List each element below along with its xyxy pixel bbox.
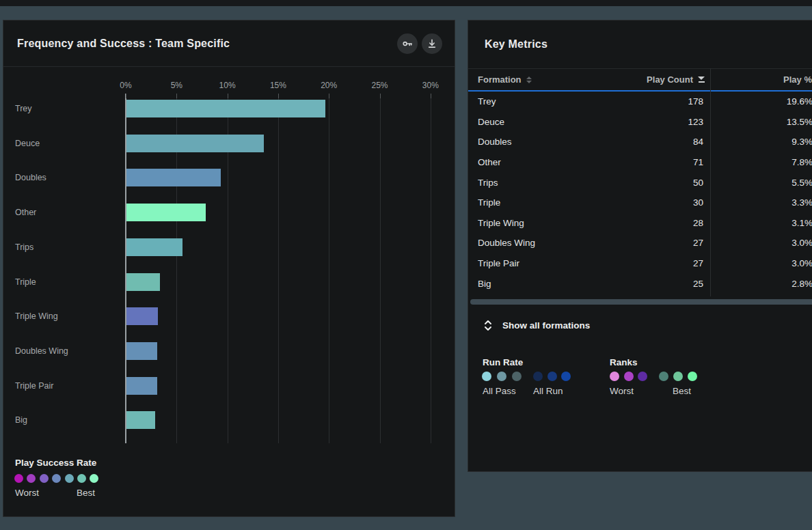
x-axis-tick-label: 15% [270,81,286,90]
gridline [431,94,431,443]
column-header-play-count[interactable]: Play Count [599,74,709,85]
cell-play-count: 84 [601,137,710,147]
table-row-doubles[interactable]: Doubles849.3% [468,132,812,152]
ranks-best-dot [659,372,668,381]
axis-tick-mark [329,94,329,98]
table-row-doubles-wing[interactable]: Doubles Wing273.0% [468,233,812,253]
y-axis-label-triple-wing: Triple Wing [15,311,58,321]
bar-doubles[interactable] [126,169,221,186]
ranks-worst-dot [624,372,634,381]
column-header-play-pct-label: Play % [783,74,812,85]
axis-tick-mark [126,94,126,98]
table-header-row: Formation Play Count Play % [468,68,812,90]
download-button[interactable] [422,33,442,54]
run-rate-run-dot [561,372,571,381]
ranks-worst-dot [638,372,647,381]
success-scale-dot [90,474,98,483]
success-scale-dot [40,474,49,483]
cell-play-count: 178 [601,96,710,107]
show-all-formations-label: Show all formations [502,320,590,331]
chart-panel-title: Frequency and Success : Team Specific [17,38,230,50]
key-metrics-panel: Key Metrics Formation Play Count Play % … [468,20,812,472]
axis-tick-mark [228,94,228,98]
y-axis-label-triple: Triple [15,277,36,287]
axis-tick-mark [176,94,177,98]
column-header-play-pct[interactable]: Play % [709,74,812,85]
bar-doubles-wing[interactable] [126,342,157,360]
cell-play-pct: 19.6% [710,96,812,107]
y-axis-label-big: Big [15,415,27,425]
success-scale-dot [65,474,74,483]
table-row-trips[interactable]: Trips505.5% [468,172,812,193]
show-all-formations-button[interactable]: Show all formations [484,320,590,331]
success-scale-dot [14,474,23,483]
cell-formation: Doubles [468,137,601,147]
sort-descending-icon [698,76,705,83]
cell-play-count: 28 [601,218,710,228]
y-axis-label-doubles-wing: Doubles Wing [15,346,68,356]
table-row-triple-wing[interactable]: Triple Wing283.1% [468,213,812,234]
cell-formation: Trips [468,178,601,188]
ranks-best-dot [688,372,697,381]
table-row-deuce[interactable]: Deuce12313.5% [468,112,812,132]
run-rate-pass-dot [482,372,491,381]
bar-big[interactable] [126,411,155,429]
y-axis-label-doubles: Doubles [15,173,46,182]
gridline [380,94,381,443]
cell-play-count: 123 [601,117,710,127]
cell-formation: Triple [468,197,601,208]
column-header-formation[interactable]: Formation [468,74,599,85]
axis-tick-mark [431,94,431,98]
horizontal-scrollbar[interactable] [470,299,812,305]
x-axis-tick-label: 30% [422,81,439,90]
bar-trips[interactable] [126,238,182,256]
cell-play-pct: 2.8% [710,279,812,289]
run-rate-run-dot [533,372,543,381]
run-rate-pass-dot [497,372,506,381]
y-axis-label-deuce: Deuce [15,139,40,148]
cell-formation: Doubles Wing [468,238,601,248]
cell-play-count: 30 [601,197,710,208]
cell-play-count: 27 [601,238,710,248]
ranks-legend-title: Ranks [610,357,638,367]
bar-triple-wing[interactable] [126,307,158,325]
cell-play-count: 25 [601,279,710,289]
expand-collapse-icon [484,320,492,331]
table-row-trey[interactable]: Trey17819.6% [468,92,812,112]
bar-trey[interactable] [126,100,325,117]
y-axis-label-trey: Trey [15,104,32,113]
bar-triple-pair[interactable] [126,377,157,395]
download-icon [426,38,438,50]
cell-play-count: 50 [601,178,710,188]
y-axis-label-trips: Trips [15,242,33,252]
x-axis-tick-label: 10% [219,81,236,90]
table-row-big[interactable]: Big252.8% [468,273,812,294]
bar-triple[interactable] [126,273,160,291]
cell-play-pct: 9.3% [710,137,812,147]
success-legend-title: Play Success Rate [15,458,96,468]
success-scale-dot [27,474,36,483]
key-icon [401,38,414,50]
run-rate-pass-dot [512,372,522,381]
table-row-other[interactable]: Other717.8% [468,152,812,173]
ranks-worst-dot [610,372,619,381]
column-divider [710,68,711,296]
cell-play-pct: 7.8% [710,157,812,167]
top-app-bar [0,0,812,6]
cell-formation: Deuce [468,117,601,127]
sort-icon [526,76,532,83]
table-row-triple-pair[interactable]: Triple Pair273.0% [468,253,812,274]
cell-play-count: 71 [601,157,710,167]
bar-deuce[interactable] [126,135,264,152]
all-run-label: All Run [533,386,563,396]
bar-other[interactable] [126,204,206,221]
y-axis-label-other: Other [15,208,36,217]
key-button[interactable] [397,33,418,54]
table-row-triple[interactable]: Triple303.3% [468,193,812,213]
cell-play-pct: 3.0% [710,258,812,268]
cell-play-pct: 3.0% [710,238,812,248]
ranks-best-label: Best [673,386,691,396]
success-legend-best-label: Best [77,488,95,498]
ranks-worst-label: Worst [610,386,634,396]
cell-play-count: 27 [601,258,710,268]
